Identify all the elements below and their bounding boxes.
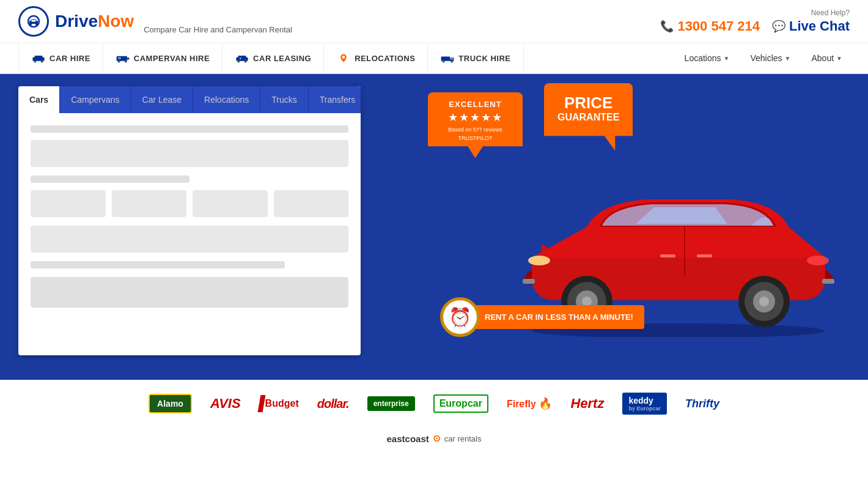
svg-point-27 [528,256,550,265]
price-guarantee-badge: PRICE GUARANTEE [544,83,633,151]
tab-car-lease[interactable]: Car Lease [131,86,194,113]
skeleton-3 [31,261,285,268]
nav-item-car-hire[interactable]: CAR HIRE [18,43,103,73]
svg-point-11 [117,61,120,63]
nav-bar: CAR HIRE CAMPERVAN HIRE $ CAR LEASING [0,43,868,74]
svg-rect-37 [660,254,675,257]
partners-logos: Alamo AVIS Budget dollar. enterprise [18,393,850,415]
svg-point-17 [245,61,247,63]
logo-area: DriveNow Compare Car Hire and Campervan … [18,6,292,37]
tab-relocations[interactable]: Relocations [193,86,260,113]
svg-rect-10 [127,57,129,59]
tab-campervans[interactable]: Campervans [60,86,131,113]
europcar-logo: Europcar [433,394,488,413]
logo-tagline: Compare Car Hire and Campervan Rental [144,25,292,37]
stars: ★★★★★ [436,111,514,124]
partner-firefly: Firefly 🔥 [507,393,552,415]
svg-rect-20 [441,57,450,61]
eastcoast-bar: eastcoast ⊙ car rentals [0,427,868,450]
hero-section: Cars Campervans Car Lease Relocations Tr… [0,74,868,380]
partner-hertz: Hertz [570,393,604,415]
nav-item-truck[interactable]: TRUCK HIRE [428,43,523,73]
phone-number[interactable]: 📞 1300 547 214 [660,18,760,34]
eastcoast-logo: eastcoast ⊙ car rentals [387,433,482,444]
search-form [18,113,361,317]
logo-now: Now [98,12,134,31]
firefly-flame: 🔥 [539,398,552,410]
nav-item-campervan[interactable]: CAMPERVAN HIRE [103,43,223,73]
alamo-logo: Alamo [149,394,192,413]
keddy-logo: keddy by Europcar [622,393,667,415]
skeleton-dropoff[interactable] [31,226,348,253]
skeleton-2 [31,176,189,183]
price-label: PRICE [557,94,619,112]
skeleton-time1[interactable] [112,190,187,217]
header: DriveNow Compare Car Hire and Campervan … [0,0,868,43]
tab-transfers[interactable]: Transfers [309,86,361,113]
timer-banner: ⏰ RENT A CAR IN LESS THAN A MINUTE! [440,297,644,337]
excellent-badge: EXCELLENT ★★★★★ Based on 577 reviews TRU… [428,92,523,158]
about-arrow-icon: ▼ [836,55,842,62]
vehicles-arrow-icon: ▼ [785,55,791,62]
review-count: Based on 577 reviews [436,126,514,134]
nav-about[interactable]: About ▼ [804,53,850,63]
header-right: Need Help? 📞 1300 547 214 💬 Live Chat [660,9,850,34]
skeleton-pickup[interactable] [31,140,348,167]
svg-point-8 [41,61,43,63]
skeleton-time2[interactable] [274,190,349,217]
partner-alamo: Alamo [149,393,192,415]
header-contact: 📞 1300 547 214 💬 Live Chat [660,18,850,34]
skeleton-date2[interactable] [193,190,268,217]
nav-item-leasing[interactable]: $ CAR LEASING [223,43,324,73]
nav-main: CAR HIRE CAMPERVAN HIRE $ CAR LEASING [18,43,677,73]
nav-locations[interactable]: Locations ▼ [677,53,737,63]
partners-bar: Alamo AVIS Budget dollar. enterprise [0,380,868,427]
nav-vehicles[interactable]: Vehicles ▼ [743,53,798,63]
budget-stripe [257,395,265,412]
thrifty-logo: Thrifty [685,398,719,410]
nav-secondary: Locations ▼ Vehicles ▼ About ▼ [677,53,850,63]
nav-car-hire-label: CAR HIRE [50,54,90,63]
enterprise-logo: enterprise [367,396,415,411]
nav-relocations-label: RELOCATIONS [355,54,415,63]
logo-drive: Drive [55,12,98,31]
svg-point-36 [759,297,769,306]
nav-locations-label: Locations [685,53,721,63]
logo-wordmark: DriveNow [55,12,134,31]
excellent-title: EXCELLENT [436,100,514,109]
avis-logo: AVIS [210,396,241,412]
skeleton-search-btn[interactable] [31,277,348,308]
dollar-logo: dollar. [317,397,349,411]
svg-point-28 [807,256,829,265]
hertz-logo: Hertz [570,396,604,412]
skeleton-1 [31,125,348,133]
trustpilot-label: TRUSTPILOT [436,135,514,141]
nav-truck-label: TRUCK HIRE [458,54,510,63]
svg-point-16 [238,61,240,63]
skeleton-date1[interactable] [31,190,106,217]
tab-trucks[interactable]: Trucks [260,86,308,113]
budget-text: Budget [265,398,299,409]
nav-leasing-label: CAR LEASING [253,54,311,63]
chat-icon: 💬 [772,20,785,33]
car-image [495,153,862,374]
nav-vehicles-label: Vehicles [750,53,782,63]
nav-about-label: About [812,53,834,63]
svg-point-3 [35,23,38,26]
live-chat-button[interactable]: 💬 Live Chat [772,18,850,34]
partner-dollar: dollar. [317,393,349,415]
svg-point-2 [29,23,32,26]
svg-rect-25 [523,279,535,284]
need-help-label: Need Help? [811,9,850,17]
nav-item-relocations[interactable]: RELOCATIONS [324,43,428,73]
svg-point-19 [342,56,345,59]
tab-cars[interactable]: Cars [18,86,60,113]
phone-icon: 📞 [660,20,674,33]
search-box: Cars Campervans Car Lease Relocations Tr… [18,86,361,355]
partner-keddy: keddy by Europcar [622,393,667,415]
partner-europcar: Europcar [433,393,488,415]
partner-budget: Budget [259,393,299,415]
svg-point-22 [451,61,454,63]
timer-text: RENT A CAR IN LESS THAN A MINUTE! [475,305,644,329]
svg-rect-4 [31,20,36,22]
